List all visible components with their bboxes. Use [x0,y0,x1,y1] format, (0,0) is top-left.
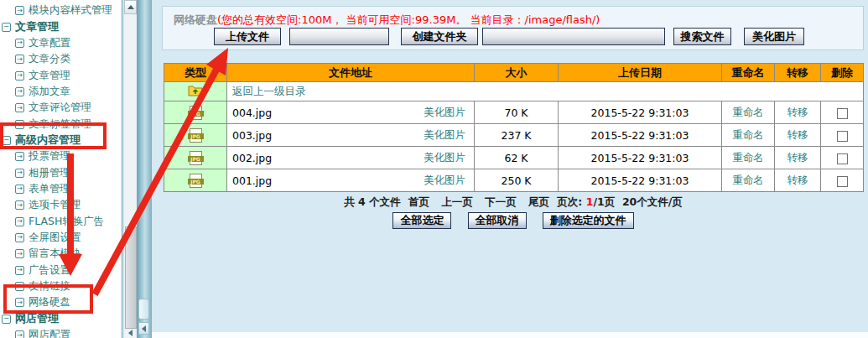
sidebar-item-留言本模块[interactable]: →留言本模块 [0,246,122,262]
sidebar-item-网店配置[interactable]: →网店配置 [0,327,122,338]
arrow-box-icon[interactable]: → [15,103,24,112]
sidebar-item-label: 相册管理 [29,166,70,180]
upload-path-input[interactable] [289,28,389,45]
search-input[interactable] [482,28,665,45]
sidebar-item-相册管理[interactable]: →相册管理 [0,164,122,180]
collapse-icon[interactable]: − [2,315,11,324]
sidebar-item-投票管理[interactable]: →投票管理 [0,148,122,164]
type-cell: JPG [164,124,227,147]
arrow-box-icon[interactable]: → [15,200,24,210]
beautify-link[interactable]: 美化图片 [424,106,465,120]
move-link[interactable]: 转移 [787,151,808,164]
move-link[interactable]: 转移 [787,106,808,118]
sidebar-item-网络硬盘[interactable]: →网络硬盘 [0,294,122,310]
arrow-box-icon[interactable]: → [15,282,24,291]
arrow-box-icon[interactable]: → [15,217,24,226]
arrow-left-icon [142,325,146,332]
sidebar-item-全屏图设置[interactable]: →全屏图设置 [0,230,122,246]
sidebar-item-广告设置[interactable]: →广告设置 [0,263,122,278]
sidebar-item-文章配置[interactable]: →文章配置 [0,35,122,51]
jpg-file-icon: JPG [190,151,202,165]
sidebar-item-文章分类[interactable]: →文章分类 [0,51,122,67]
scrollbar-thumb[interactable] [125,226,137,329]
prev-page-link[interactable]: 上一页 [441,195,473,208]
rename-link[interactable]: 重命名 [732,151,764,164]
divider-scroll-button[interactable] [138,322,149,335]
move-link[interactable]: 转移 [787,128,808,141]
file-size: 237 K [475,124,559,147]
file-size: 62 K [475,147,559,169]
move-link[interactable]: 转移 [787,174,808,186]
arrow-box-icon[interactable]: → [15,87,24,96]
beautify-link[interactable]: 美化图片 [424,151,465,165]
arrow-box-icon[interactable]: → [15,249,24,258]
jpg-label: JPG [188,179,204,185]
upload-date: 2015-5-22 9:31:03 [559,124,722,147]
sidebar-item-文章管理[interactable]: →文章管理 [0,67,122,83]
beautify-link[interactable]: 美化图片 [424,174,465,188]
sidebar-item-文章标签管理[interactable]: →文章标签管理 [0,116,122,132]
beautify-image-button[interactable]: 美化图片 [744,28,804,45]
return-parent-row: 返回上一级目录 [164,82,864,101]
arrow-box-icon[interactable]: → [15,298,24,307]
arrow-box-icon[interactable]: → [15,152,24,161]
rename-link[interactable]: 重命名 [732,128,764,141]
page-total: /1页 [593,195,615,208]
sidebar-item-添加文章[interactable]: →添加文章 [0,84,122,100]
sidebar-item-表单管理[interactable]: →表单管理 [0,181,122,197]
delete-checkbox[interactable] [837,131,848,142]
sidebar-item-网店管理[interactable]: −网店管理 [0,311,122,327]
arrow-box-icon[interactable]: → [15,233,24,242]
pagination-bar: 共 4 个文件 首页 上一页 下一页 尾页 页次: 1/1页 20个文件/页 [164,195,863,210]
search-file-button[interactable]: 搜索文件 [673,28,731,45]
page-title: 网络硬盘 [174,13,217,26]
rename-link[interactable]: 重命名 [732,106,764,118]
delete-checkbox[interactable] [837,176,848,187]
sidebar-scrollbar[interactable] [123,0,137,338]
arrow-box-icon[interactable]: → [15,266,24,275]
sidebar-item-文章评论管理[interactable]: →文章评论管理 [0,100,122,116]
first-page-link[interactable]: 首页 [408,195,429,208]
return-parent-link[interactable]: 返回上一级目录 [232,85,306,97]
arrow-box-icon[interactable]: → [15,169,24,178]
create-folder-button[interactable]: 创建文件夹 [401,28,478,45]
arrow-box-icon[interactable]: → [15,185,24,194]
arrow-box-icon[interactable]: → [15,55,24,64]
sidebar-item-FLASH轮换广告[interactable]: →FLASH轮换广告 [0,213,122,229]
sidebar-item-label: 网店管理 [15,311,59,326]
file-size: 70 K [475,101,559,124]
divider-scrollbar-thumb[interactable] [138,299,149,320]
arrow-box-icon[interactable]: → [15,120,24,129]
next-page-link[interactable]: 下一页 [485,195,517,208]
deselect-all-button[interactable]: 全部取消 [468,212,527,229]
arrow-box-icon[interactable]: → [15,71,24,81]
file-path-cell: 004.jpg美化图片 [227,101,475,124]
sidebar-item-高级内容管理[interactable]: −高级内容管理 [0,133,122,148]
collapse-icon[interactable]: − [2,136,11,145]
sidebar-item-友情链接[interactable]: →友情链接 [0,278,122,294]
file-name: 004.jpg [232,107,272,119]
scroll-left-button[interactable] [125,328,135,337]
arrow-box-icon[interactable]: → [15,330,24,338]
sidebar-item-文章管理[interactable]: −文章管理 [0,18,122,34]
delete-checkbox[interactable] [837,153,848,164]
upload-file-button[interactable]: 上传文件 [214,28,281,45]
last-page-link[interactable]: 尾页 [528,195,549,208]
sidebar-item-选项卡管理[interactable]: →选项卡管理 [0,197,122,213]
delete-selected-button[interactable]: 删除选定的文件 [543,212,634,229]
beautify-link[interactable]: 美化图片 [424,128,465,143]
sidebar-item-label: 文章评论管理 [29,101,91,115]
sidebar-item-label: FLASH轮换广告 [29,215,104,229]
sidebar-item-模块内容样式管理[interactable]: →模块内容样式管理 [0,3,122,18]
arrow-box-icon[interactable]: → [15,39,24,48]
collapse-icon[interactable]: − [2,23,11,32]
frame-divider[interactable] [137,0,152,338]
rename-link[interactable]: 重命名 [732,174,764,186]
file-path-cell: 002.jpg美化图片 [227,147,475,169]
scroll-up-button[interactable] [124,0,137,14]
file-table: 类型 文件地址 大小 上传日期 重命名 转移 删除 返回上一级目录 [164,63,864,192]
select-all-button[interactable]: 全部选定 [392,212,451,229]
delete-checkbox[interactable] [837,108,848,119]
sidebar-item-label: 文章配置 [29,36,70,50]
arrow-box-icon[interactable]: → [15,6,24,15]
